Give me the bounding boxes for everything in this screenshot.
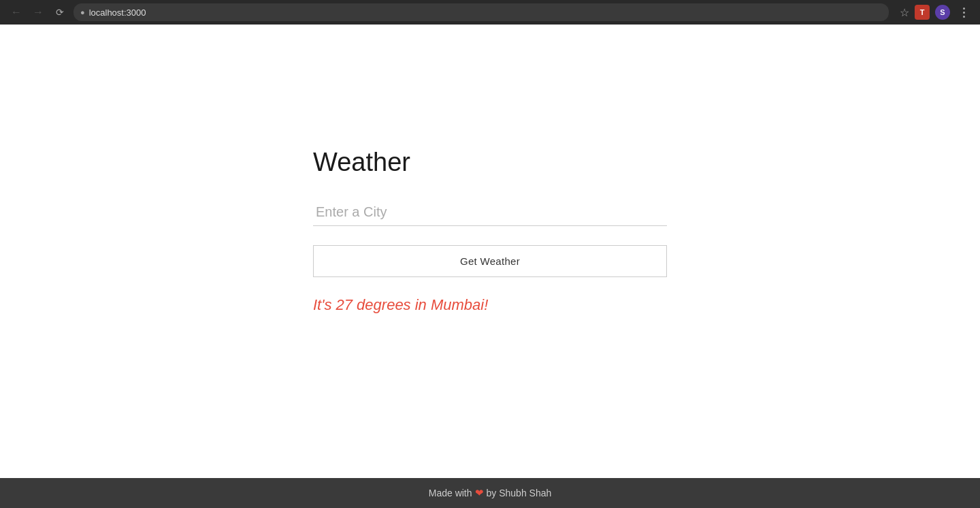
- main-content: Weather Get Weather It's 27 degrees in M…: [0, 25, 980, 478]
- weather-container: Weather Get Weather It's 27 degrees in M…: [313, 148, 667, 314]
- footer-suffix: by Shubh Shah: [487, 488, 552, 498]
- get-weather-button[interactable]: Get Weather: [313, 245, 667, 277]
- footer: Made with ❤ by Shubh Shah: [0, 478, 980, 508]
- address-bar[interactable]: ● localhost:3000: [74, 3, 889, 21]
- app-title: Weather: [313, 148, 410, 177]
- refresh-button[interactable]: ⟳: [52, 4, 68, 20]
- extension-button[interactable]: T: [915, 5, 930, 20]
- menu-dot-1: [963, 7, 965, 10]
- url-text: localhost:3000: [89, 7, 146, 18]
- back-button[interactable]: ←: [8, 4, 24, 20]
- browser-chrome: ← → ⟳ ● localhost:3000 ☆ T S: [0, 0, 980, 25]
- menu-dot-2: [963, 12, 965, 14]
- browser-menu-button[interactable]: [956, 4, 972, 20]
- heart-icon: ❤: [475, 487, 484, 499]
- menu-dot-3: [963, 16, 965, 18]
- footer-text: Made with ❤ by Shubh Shah: [429, 487, 552, 499]
- forward-button[interactable]: →: [30, 4, 46, 20]
- profile-avatar-button[interactable]: S: [935, 5, 950, 20]
- weather-result: It's 27 degrees in Mumbai!: [313, 296, 488, 314]
- bookmark-star-button[interactable]: ☆: [900, 6, 909, 19]
- city-input[interactable]: [313, 199, 667, 226]
- browser-actions: ☆ T S: [900, 4, 972, 20]
- footer-prefix: Made with: [429, 488, 472, 498]
- lock-icon: ●: [80, 8, 85, 16]
